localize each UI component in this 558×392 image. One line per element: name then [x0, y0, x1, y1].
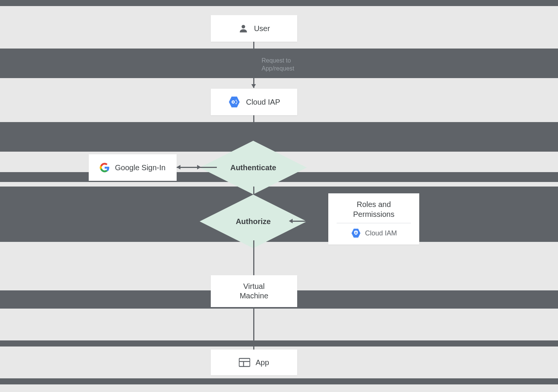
node-vm-label: Virtual Machine [240, 282, 268, 301]
node-app: App [211, 350, 297, 375]
node-authorize-label: Authorize [234, 202, 272, 240]
divider [337, 223, 411, 223]
conn-roles-authorize [292, 221, 328, 222]
svg-point-5 [237, 102, 238, 103]
svg-point-6 [236, 103, 237, 104]
conn-auth-signin [177, 167, 217, 168]
node-google-signin: Google Sign-In [89, 154, 177, 181]
gcp-hex-iam-shield-icon [351, 228, 361, 238]
svg-rect-10 [239, 358, 250, 366]
arrow-roles-authorize [289, 219, 293, 223]
conn-vm-app [253, 307, 254, 350]
node-user: User [211, 15, 297, 42]
google-g-icon [100, 163, 110, 172]
edge-label-request: Request to App/request [262, 57, 294, 73]
node-user-label: User [254, 24, 270, 33]
node-roles-permissions: Roles and Permissions Cloud IAM [328, 193, 419, 245]
arrow-auth-signin [177, 165, 180, 169]
edge-label-line1: Request to [262, 57, 294, 65]
svg-rect-9 [356, 233, 356, 234]
band-bottom [0, 378, 558, 384]
node-authenticate-label: Authenticate [234, 149, 272, 187]
conn-user-iap [253, 42, 254, 88]
node-cloud-iap: Cloud IAP [211, 89, 297, 115]
node-cloud-iap-label: Cloud IAP [246, 97, 280, 107]
svg-point-8 [355, 232, 356, 233]
node-google-signin-label: Google Sign-In [115, 163, 165, 172]
band-3 [0, 122, 558, 152]
user-icon [238, 23, 249, 34]
svg-point-3 [232, 101, 234, 103]
gcp-hex-iap-icon [228, 96, 241, 108]
edge-label-line2: App/request [262, 65, 294, 73]
node-app-label: App [255, 358, 269, 367]
node-authenticate: Authenticate [234, 149, 272, 187]
cloud-iam-label: Cloud IAM [365, 229, 397, 237]
svg-point-0 [241, 25, 245, 28]
window-layout-icon [239, 358, 250, 367]
arrow-user-iap [251, 84, 256, 88]
node-virtual-machine: Virtual Machine [211, 275, 297, 307]
arrow-auth-signin-notch [197, 165, 201, 169]
svg-point-4 [236, 100, 237, 101]
band-top [0, 0, 558, 6]
roles-title: Roles and Permissions [337, 199, 411, 219]
band-6 [0, 340, 558, 347]
conn-authorize-vm [253, 240, 254, 275]
node-authorize: Authorize [234, 202, 272, 240]
